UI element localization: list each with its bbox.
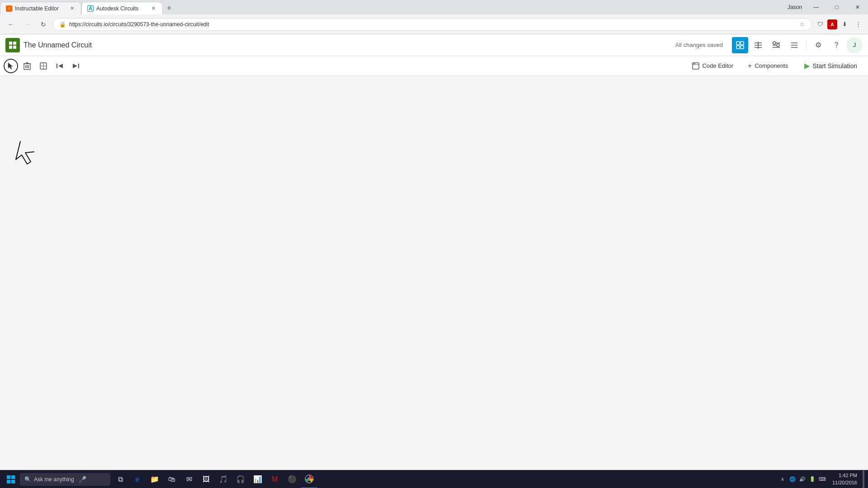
svg-rect-40: [11, 480, 15, 483]
delete-icon: [24, 62, 31, 70]
search-icon-taskbar: 🔍: [24, 476, 31, 483]
store-icon[interactable]: 🛍: [164, 470, 180, 488]
system-clock[interactable]: 1:42 PM 11/20/2016: [829, 472, 861, 486]
adblock-icon[interactable]: 🛡: [814, 18, 826, 31]
svg-rect-6: [736, 46, 740, 49]
secondary-toolbar: Code Editor + Components ▶ Start Simulat…: [0, 56, 868, 76]
fullscreen-icon: [39, 62, 47, 70]
address-bar-row: ← → ↻ 🔒 https://circuits.io/circuits/329…: [0, 14, 868, 34]
window-controls: — □ ✕: [806, 0, 868, 14]
tray-network-icon[interactable]: 🌐: [788, 475, 797, 484]
svg-point-35: [693, 63, 694, 64]
tab-instructable[interactable]: I Instructable Editor ✕: [0, 2, 81, 14]
taskbar-icons: ⧉ e 📁 🛍 ✉ 🖼 🎵 🎧 📊 M ⚫: [112, 470, 317, 488]
select-cursor-icon: [7, 62, 15, 70]
more-icon[interactable]: ⋮: [852, 18, 864, 31]
unknown-icon1[interactable]: 📊: [250, 470, 266, 488]
taskbar: 🔍 Ask me anything 🎤 ⧉ e 📁 🛍 ✉ 🖼 🎵 🎧 📊 M …: [0, 470, 868, 488]
unknown-icon2[interactable]: ⚫: [284, 470, 300, 488]
taskbar-search[interactable]: 🔍 Ask me anything 🎤: [20, 473, 110, 486]
components-button[interactable]: + Components: [742, 59, 793, 73]
select-tool-button[interactable]: [4, 59, 18, 73]
show-desktop-button[interactable]: [863, 470, 864, 488]
windows-icon: [6, 475, 15, 484]
bookmark-icon[interactable]: ☆: [798, 20, 806, 28]
close-button[interactable]: ✕: [847, 0, 868, 14]
taskbar-right: ∧ 🌐 🔊 🔋 ⌨ 1:42 PM 11/20/2016: [778, 470, 864, 488]
svg-marker-30: [58, 64, 63, 68]
svg-rect-38: [11, 475, 15, 479]
component-view-button[interactable]: [732, 37, 748, 53]
grid-view-icon: [736, 41, 745, 50]
tab-instructable-close[interactable]: ✕: [68, 5, 75, 12]
edge-icon[interactable]: e: [129, 470, 146, 488]
help-button[interactable]: ?: [828, 37, 844, 53]
logo-icon: [8, 41, 17, 50]
tabs-area: I Instructable Editor ✕ A Autodesk Circu…: [0, 0, 175, 14]
svg-point-16: [773, 42, 776, 44]
tray-up-arrow[interactable]: ∧: [778, 475, 787, 484]
minimize-button[interactable]: —: [806, 0, 826, 14]
code-editor-label: Code Editor: [702, 62, 733, 69]
tray-battery-icon[interactable]: 🔋: [808, 475, 817, 484]
app-header: The Unnamed Circuit All changes saved: [0, 34, 868, 56]
chrome-icon[interactable]: [301, 470, 317, 488]
media-player-icon[interactable]: 🎵: [215, 470, 231, 488]
components-label: Components: [755, 62, 788, 69]
back-button[interactable]: ←: [4, 17, 18, 32]
ext-icon-2[interactable]: A: [827, 19, 837, 29]
tab-autodesk-close[interactable]: ✕: [150, 5, 157, 12]
mail-icon[interactable]: ✉: [181, 470, 197, 488]
download-icon[interactable]: ⬇: [838, 18, 851, 31]
user-name: Jason: [784, 4, 806, 10]
circuit-title: The Unnamed Circuit: [24, 41, 671, 49]
tray-speaker-icon[interactable]: 🔊: [798, 475, 807, 484]
start-simulation-button[interactable]: ▶ Start Simulation: [797, 58, 864, 74]
fullscreen-button[interactable]: [36, 59, 51, 73]
tab-instructable-label: Instructable Editor: [15, 5, 59, 12]
code-editor-button[interactable]: Code Editor: [687, 60, 739, 72]
address-bar[interactable]: 🔒 https://circuits.io/circuits/3290573-t…: [52, 18, 812, 31]
step-back-button[interactable]: [52, 59, 67, 73]
step-forward-button[interactable]: [69, 59, 83, 73]
new-tab-button[interactable]: +: [163, 2, 175, 14]
user-avatar[interactable]: J: [846, 37, 863, 53]
adjust-icon: [772, 41, 781, 50]
cursor-drawing: [14, 139, 54, 168]
maximize-button[interactable]: □: [826, 0, 847, 14]
svg-rect-0: [9, 42, 12, 45]
task-view-button[interactable]: ⧉: [112, 470, 128, 488]
svg-rect-37: [7, 475, 10, 479]
svg-rect-5: [741, 42, 744, 45]
adjust-button[interactable]: [768, 37, 784, 53]
header-right-tools: ⚙ ? J: [732, 37, 863, 53]
tray-keyboard-icon[interactable]: ⌨: [818, 475, 827, 484]
app-area: The Unnamed Circuit All changes saved: [0, 34, 868, 470]
cortana-mic-icon: 🎤: [79, 476, 86, 483]
sys-tray: ∧ 🌐 🔊 🔋 ⌨: [778, 475, 827, 484]
chrome-logo-icon: [305, 474, 314, 483]
instructable-favicon: I: [6, 5, 12, 12]
saved-status: All changes saved: [675, 42, 723, 48]
file-explorer-icon[interactable]: 📁: [146, 470, 163, 488]
start-button[interactable]: [4, 472, 18, 487]
title-bar: I Instructable Editor ✕ A Autodesk Circu…: [0, 0, 868, 14]
settings-button[interactable]: ⚙: [810, 37, 826, 53]
svg-rect-4: [736, 42, 740, 45]
align-button[interactable]: [750, 37, 766, 53]
delete-button[interactable]: [20, 59, 34, 73]
groove-music-icon[interactable]: 🎧: [232, 470, 249, 488]
autodesk-favicon: A: [87, 5, 94, 12]
svg-rect-1: [13, 42, 16, 45]
forward-button[interactable]: →: [20, 17, 34, 32]
refresh-button[interactable]: ↻: [36, 17, 51, 32]
canvas-area[interactable]: [0, 76, 868, 470]
list-button[interactable]: [786, 37, 802, 53]
gmail-icon[interactable]: M: [267, 470, 283, 488]
tab-autodesk-label: Autodesk Circuits: [96, 5, 138, 12]
svg-rect-2: [9, 46, 12, 49]
photos-icon[interactable]: 🖼: [198, 470, 214, 488]
drawn-cursor-svg: [14, 139, 54, 166]
tab-autodesk[interactable]: A Autodesk Circuits ✕: [81, 2, 163, 14]
align-icon: [754, 41, 763, 50]
